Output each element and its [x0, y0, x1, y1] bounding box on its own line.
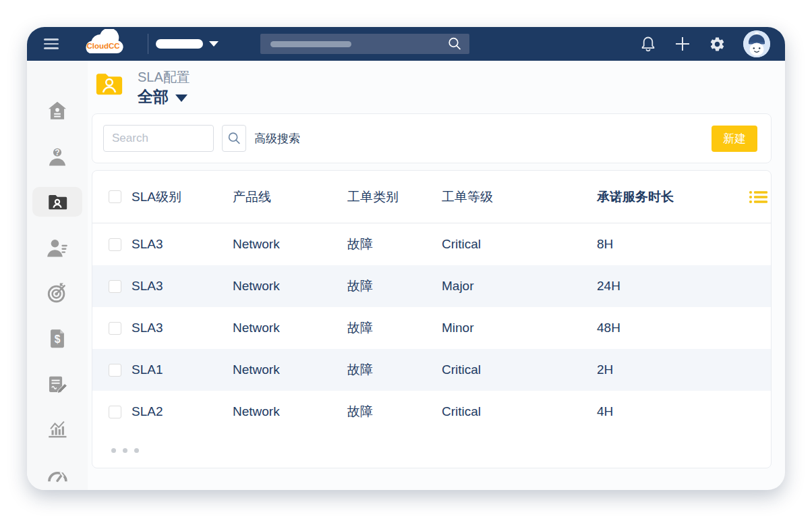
cell-product-line: Network — [233, 279, 347, 294]
search-button[interactable] — [222, 125, 246, 152]
cell-ticket-category: 故障 — [347, 319, 442, 337]
toolbar: 高级搜索 新建 — [92, 113, 772, 163]
sidebar-item-dashboard[interactable] — [32, 460, 82, 490]
row-checkbox[interactable] — [109, 238, 121, 251]
column-header-ticket-category: 工单类别 — [347, 188, 442, 206]
column-settings-button[interactable] — [749, 189, 768, 205]
person-question-icon: ? — [46, 145, 69, 168]
sidebar-item-goals[interactable] — [32, 278, 82, 308]
sidebar-item-customer-service[interactable]: ? — [32, 141, 82, 171]
svg-text:?: ? — [55, 148, 59, 157]
navbar-divider — [148, 34, 148, 54]
sidebar-item-contracts[interactable] — [32, 369, 82, 399]
cell-service-duration: 24H — [597, 279, 733, 294]
target-dart-icon — [46, 281, 69, 304]
table-row[interactable]: SLA3 Network 故障 Minor 48H — [92, 307, 771, 349]
table-row[interactable]: SLA3 Network 故障 Major 24H — [92, 265, 771, 307]
page-header: SLA配置 全部 — [92, 61, 772, 113]
app-window: CloudCC — [27, 27, 785, 490]
row-checkbox[interactable] — [109, 406, 121, 418]
contract-pen-icon — [46, 373, 69, 396]
sidebar-item-reports[interactable] — [32, 414, 82, 444]
magnifier-icon — [446, 36, 463, 52]
view-selector-label: 全部 — [138, 86, 169, 107]
sidebar-item-customer-folder[interactable] — [32, 187, 82, 217]
sla-object-folder-icon — [94, 70, 124, 97]
avatar[interactable] — [743, 30, 770, 57]
menu-icon[interactable] — [44, 38, 59, 49]
cell-product-line: Network — [233, 362, 347, 377]
row-checkbox[interactable] — [109, 280, 121, 293]
cell-ticket-category: 故障 — [347, 361, 442, 379]
cell-ticket-category: 故障 — [347, 403, 442, 420]
cell-service-duration: 8H — [597, 237, 733, 252]
price-document-icon: $ — [46, 327, 69, 350]
cell-sla-level: SLA3 — [132, 237, 233, 252]
table-header-row: SLA级别 产品线 工单类别 工单等级 承诺服务时长 — [92, 171, 771, 223]
app-selector-caret-icon — [209, 41, 219, 47]
cell-product-line: Network — [233, 404, 347, 419]
row-checkbox[interactable] — [109, 322, 121, 335]
cell-ticket-category: 故障 — [347, 236, 442, 253]
sidebar-item-home[interactable] — [32, 96, 82, 126]
cell-service-duration: 48H — [597, 321, 733, 335]
select-all-checkbox[interactable] — [109, 190, 121, 203]
table-row[interactable]: SLA2 Network 故障 Critical 4H — [92, 391, 771, 433]
table-row[interactable]: SLA3 Network 故障 Critical 8H — [92, 223, 771, 265]
cell-sla-level: SLA2 — [132, 404, 233, 419]
person-list-icon — [46, 236, 69, 259]
cell-sla-level: SLA1 — [132, 362, 233, 377]
sidebar-item-contacts[interactable] — [32, 232, 82, 262]
cell-ticket-level: Major — [442, 279, 597, 294]
cell-ticket-level: Critical — [442, 237, 597, 252]
app-selector[interactable] — [156, 39, 219, 49]
gauge-icon — [46, 464, 69, 487]
advanced-search-link[interactable]: 高级搜索 — [254, 131, 300, 146]
cell-ticket-level: Critical — [442, 362, 597, 377]
cell-sla-level: SLA3 — [132, 279, 233, 294]
table-footer — [92, 433, 771, 468]
home-icon — [46, 99, 69, 122]
cell-sla-level: SLA3 — [132, 321, 233, 335]
loading-dot — [123, 448, 127, 453]
page-title: SLA配置 — [138, 70, 190, 84]
cell-service-duration: 2H — [597, 362, 733, 377]
sidebar-item-quotes[interactable]: $ — [32, 323, 82, 353]
top-navbar: CloudCC — [27, 27, 785, 61]
search-placeholder-pill — [270, 41, 351, 47]
bar-chart-icon — [46, 418, 69, 441]
column-header-sla-level: SLA级别 — [132, 188, 233, 206]
view-selector[interactable]: 全部 — [138, 86, 190, 107]
cell-ticket-level: Minor — [442, 321, 597, 335]
table-row[interactable]: SLA1 Network 故障 Critical 2H — [92, 349, 771, 391]
cloudcc-logo: CloudCC — [79, 29, 127, 59]
list-icon — [749, 189, 768, 205]
sidebar: ? — [27, 61, 88, 490]
global-search-bar[interactable] — [260, 34, 469, 54]
main-content: SLA配置 全部 高级搜索 新建 — [88, 61, 785, 490]
bell-icon[interactable] — [640, 35, 656, 53]
sla-table: SLA级别 产品线 工单类别 工单等级 承诺服务时长 — [92, 170, 772, 468]
cell-product-line: Network — [233, 237, 347, 252]
svg-text:$: $ — [55, 333, 61, 345]
column-header-product-line: 产品线 — [233, 188, 347, 206]
gear-icon[interactable] — [709, 36, 726, 53]
column-header-service-duration: 承诺服务时长 — [597, 188, 733, 206]
search-input[interactable] — [103, 125, 214, 152]
chevron-down-icon — [175, 94, 187, 102]
cell-ticket-level: Critical — [442, 404, 597, 419]
cell-ticket-category: 故障 — [347, 277, 442, 295]
cell-service-duration: 4H — [597, 404, 733, 419]
logo-text: CloudCC — [86, 42, 119, 50]
app-name-pill — [156, 39, 203, 49]
plus-icon[interactable] — [674, 35, 691, 53]
magnifier-icon — [227, 131, 241, 146]
loading-dot — [134, 448, 139, 453]
loading-dot — [111, 448, 116, 453]
cell-product-line: Network — [233, 321, 347, 335]
new-button[interactable]: 新建 — [712, 126, 757, 152]
row-checkbox[interactable] — [109, 364, 121, 377]
column-header-ticket-level: 工单等级 — [442, 188, 597, 206]
folder-person-icon — [46, 190, 69, 213]
